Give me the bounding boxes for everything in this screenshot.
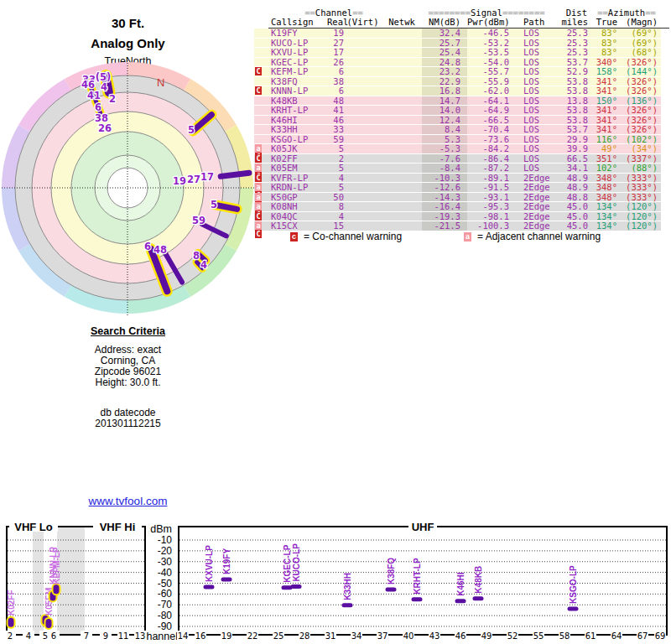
cell-callsign: K05EM	[268, 164, 327, 173]
cell-az-magn: (333°)	[617, 174, 661, 183]
cell-callsign: KNNN-LP	[268, 86, 327, 96]
cell-az-magn: (69°)	[617, 39, 661, 48]
cell-path: 2Edge	[509, 221, 551, 231]
warning-markers: aC	[254, 164, 268, 173]
cell-netwk	[382, 96, 422, 106]
cell-real: 15	[327, 221, 344, 231]
cell-real: 2	[327, 154, 344, 164]
cell-miles: 66.5	[551, 154, 588, 164]
cell-az-magn: (120°)	[617, 202, 661, 211]
channel-tick-label: 9	[103, 631, 108, 641]
channel-tick-label: 22	[247, 631, 258, 641]
table-row: CKEFM-LP623.2-55.7LOS52.9158°(144°)	[254, 67, 661, 77]
cell-miles: 53.8	[551, 77, 588, 86]
cell-real: 8	[327, 202, 344, 211]
channel-tick-label: 55	[533, 631, 544, 641]
cell-nm: 25.4	[422, 48, 467, 57]
cell-az-true: 150°	[588, 96, 617, 106]
cell-path: LOS	[509, 125, 551, 134]
cell-callsign: KXVU-LP	[268, 48, 327, 57]
cell-az-magn: (68°)	[617, 48, 661, 57]
cell-pwr: -73.6	[467, 135, 509, 144]
cell-virt	[344, 86, 382, 96]
station-bar-label: K46HI	[456, 572, 466, 596]
cell-virt	[344, 48, 382, 57]
vhf-hi-title: VHF Hi	[100, 521, 136, 533]
cell-callsign: KVFR-LP	[268, 174, 327, 183]
cell-nm: 16.8	[422, 86, 467, 96]
radar-channel-label: 41	[87, 90, 101, 101]
cell-callsign: K08NH	[268, 202, 327, 211]
station-bar	[342, 603, 353, 607]
cell-az-true: 348°	[588, 193, 617, 202]
cell-netwk	[382, 164, 422, 173]
col-true: True	[588, 18, 617, 27]
cell-az-magn: (102°)	[617, 135, 661, 144]
station-bar	[291, 584, 302, 589]
cell-netwk	[382, 135, 422, 144]
cell-az-magn: (333°)	[617, 183, 661, 192]
co-channel-legend: c	[290, 231, 298, 242]
station-bar-label: KRHT-LP	[413, 558, 422, 595]
channel-tick-label: 58	[559, 631, 570, 641]
adjacent-warning-icon: a	[255, 193, 262, 201]
co-channel-warning-icon: C	[255, 67, 262, 75]
station-bar	[54, 584, 60, 594]
cell-path: LOS	[509, 48, 551, 57]
cell-miles: 45.0	[551, 212, 588, 221]
cell-path: LOS	[509, 39, 551, 48]
cell-virt	[344, 183, 382, 192]
cell-virt	[344, 212, 382, 221]
cell-real: 50	[327, 193, 344, 202]
cell-path: LOS	[509, 135, 551, 144]
channel-tick-label: 43	[429, 631, 440, 641]
cell-az-true: 83°	[588, 39, 617, 48]
cell-nm: 12.4	[422, 116, 467, 125]
cell-netwk	[382, 183, 422, 192]
station-bar-label: KEFM-LP	[52, 547, 61, 584]
cell-nm: 5.3	[422, 135, 467, 144]
radar-channel-label: 17	[200, 171, 214, 183]
vhf-lo-title: VHF Lo	[14, 521, 53, 533]
cell-netwk	[382, 125, 422, 134]
channel-tick-label: 14	[178, 631, 189, 641]
tvfool-link[interactable]: www.tvfool.com	[0, 495, 256, 507]
cell-az-magn: (326°)	[617, 86, 661, 96]
cell-az-true: 102°	[588, 164, 617, 173]
channel-tick-label: 61	[585, 631, 596, 641]
cell-nm: -10.3	[422, 174, 467, 183]
adjacent-warning-icon: a	[255, 221, 262, 230]
cell-callsign: K46HI	[268, 116, 327, 125]
station-bar	[46, 619, 52, 628]
cell-netwk	[382, 106, 422, 115]
warning-markers	[254, 125, 268, 134]
station-bar	[221, 577, 232, 581]
cell-az-magn: (34°)	[617, 144, 661, 153]
channel-tick-label: 67	[637, 631, 648, 641]
radar-title: 30 Ft.	[0, 16, 256, 30]
cell-real: 26	[327, 58, 344, 67]
cell-az-magn: (326°)	[617, 116, 661, 125]
table-column-headers: Callsign Real (Virt) Netwk NM(dB) Pwr(dB…	[254, 18, 661, 27]
cell-miles: 48.8	[551, 193, 588, 202]
channel-tick-label: 28	[299, 631, 310, 641]
cell-az-magn: (326°)	[617, 125, 661, 134]
channel-tick-label: 2	[8, 631, 13, 641]
co-channel-warning-icon: C	[255, 86, 262, 95]
cell-real: 5	[327, 183, 344, 192]
station-bar-label: K38FQ	[387, 558, 396, 584]
radar-channel-label: 2	[109, 93, 116, 105]
cell-pwr: -87.2	[467, 164, 509, 173]
warning-markers	[254, 39, 268, 48]
channel-tick-label: 7	[84, 631, 89, 641]
station-bar	[412, 597, 423, 601]
cell-az-true: 348°	[588, 174, 617, 183]
cell-pwr: -46.5	[467, 29, 509, 38]
cell-netwk	[382, 212, 422, 221]
channel-tick-label: 13	[135, 631, 146, 641]
cell-virt	[344, 154, 382, 164]
cell-miles: 39.9	[551, 144, 588, 153]
cell-virt	[344, 39, 382, 48]
cell-path: 2Edge	[509, 174, 551, 183]
cell-callsign: K19FY	[268, 29, 327, 38]
